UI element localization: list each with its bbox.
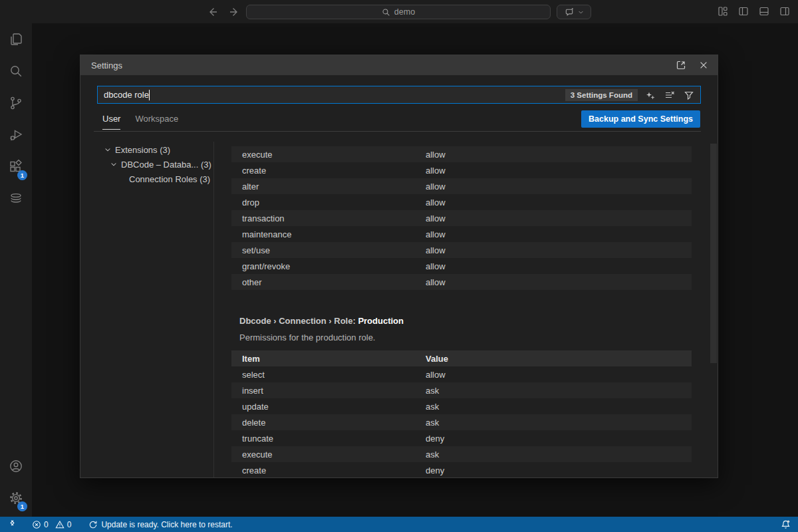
remote-indicator-icon[interactable] bbox=[7, 519, 17, 529]
item-cell: truncate bbox=[242, 434, 426, 444]
table-header-row: Item Value bbox=[231, 350, 692, 366]
run-debug-icon[interactable] bbox=[0, 119, 32, 151]
clear-search-icon[interactable] bbox=[664, 89, 676, 101]
search-panel-icon[interactable] bbox=[0, 55, 32, 87]
tree-item-dbcode[interactable]: DBCode – Databa... (3) bbox=[80, 157, 213, 172]
settings-gear-icon[interactable]: 1 bbox=[0, 482, 32, 514]
command-center-search[interactable]: demo bbox=[246, 5, 551, 19]
value-cell: ask bbox=[426, 450, 439, 460]
tree-item-label: DBCode – Databa... (3) bbox=[121, 160, 211, 170]
error-count: 0 bbox=[44, 520, 49, 529]
toggle-sidebar-right-icon[interactable] bbox=[779, 6, 790, 17]
settings-search-value: dbcode role bbox=[104, 90, 149, 100]
table-row[interactable]: grant/revokeallow bbox=[231, 258, 692, 274]
tree-item-label: Extensions (3) bbox=[115, 145, 170, 155]
settings-search-input[interactable]: dbcode role 3 Settings Found bbox=[97, 86, 701, 104]
table-row[interactable]: set/useallow bbox=[231, 242, 692, 258]
item-cell: create bbox=[242, 466, 426, 475]
table-row[interactable]: executeallow bbox=[231, 146, 692, 162]
table-row[interactable]: selectallow bbox=[231, 366, 692, 382]
item-cell: grant/revoke bbox=[242, 261, 426, 271]
problems-indicator[interactable]: 0 0 bbox=[32, 520, 75, 529]
table-row[interactable]: transactionallow bbox=[231, 210, 692, 226]
permissions-table-partial: executeallowcreateallowalterallowdropall… bbox=[231, 146, 692, 290]
item-cell: execute bbox=[242, 450, 426, 460]
value-cell: allow bbox=[426, 166, 446, 176]
explorer-icon[interactable] bbox=[0, 23, 32, 55]
settings-found-badge: 3 Settings Found bbox=[565, 89, 638, 101]
tabs-separator bbox=[94, 131, 701, 132]
item-cell: create bbox=[242, 166, 426, 176]
value-cell: ask bbox=[426, 386, 439, 396]
table-row[interactable]: truncatedeny bbox=[231, 430, 692, 446]
permissions-table-production: Item Value selectallowinsertaskupdateask… bbox=[231, 350, 692, 477]
toggle-panel-icon[interactable] bbox=[759, 6, 769, 17]
source-control-icon[interactable] bbox=[0, 87, 32, 119]
settings-dialog-title: Settings bbox=[91, 61, 675, 70]
value-cell: allow bbox=[426, 229, 446, 239]
close-icon[interactable] bbox=[698, 59, 710, 71]
setting-name: Production bbox=[358, 316, 404, 326]
customize-layout-icon[interactable] bbox=[718, 6, 728, 17]
database-icon[interactable] bbox=[0, 183, 32, 215]
backup-sync-settings-button[interactable]: Backup and Sync Settings bbox=[581, 110, 700, 128]
table-row[interactable]: otherallow bbox=[231, 274, 692, 290]
setting-title: Dbcode › Connection › Role: Production bbox=[239, 316, 718, 326]
copilot-chat-button[interactable] bbox=[557, 5, 591, 19]
value-cell: allow bbox=[426, 198, 446, 207]
account-icon[interactable] bbox=[0, 450, 32, 482]
table-row[interactable]: createdeny bbox=[231, 462, 692, 477]
chevron-down-icon bbox=[578, 9, 584, 15]
table-row[interactable]: insertask bbox=[231, 382, 692, 398]
extensions-badge: 1 bbox=[17, 170, 27, 180]
command-center-label: demo bbox=[394, 7, 415, 17]
item-cell: drop bbox=[242, 198, 426, 207]
value-cell: allow bbox=[426, 245, 446, 255]
value-cell: allow bbox=[426, 261, 446, 271]
tab-user[interactable]: User bbox=[102, 114, 120, 130]
value-cell: ask bbox=[426, 402, 439, 412]
status-bar: 0 0 Update is ready. Click here to resta… bbox=[0, 517, 798, 532]
scrollbar[interactable] bbox=[710, 144, 717, 363]
value-cell: deny bbox=[426, 466, 444, 475]
settings-dialog-titlebar: Settings bbox=[80, 55, 718, 75]
chevron-down-icon[interactable] bbox=[102, 144, 113, 155]
item-cell: select bbox=[242, 370, 426, 380]
notifications-bell-icon[interactable] bbox=[781, 519, 791, 529]
value-cell: allow bbox=[426, 370, 446, 380]
table-row[interactable]: updateask bbox=[231, 398, 692, 414]
table-row[interactable]: executeask bbox=[231, 446, 692, 462]
extensions-icon[interactable]: 1 bbox=[0, 151, 32, 183]
column-header-value: Value bbox=[426, 354, 448, 364]
table-row[interactable]: deleteask bbox=[231, 414, 692, 430]
chevron-down-icon[interactable] bbox=[108, 159, 119, 170]
value-cell: allow bbox=[426, 182, 446, 192]
update-ready-status[interactable]: Update is ready. Click here to restart. bbox=[88, 520, 232, 529]
tree-item-connection-roles[interactable]: Connection Roles (3) bbox=[80, 172, 213, 186]
tree-item-extensions[interactable]: Extensions (3) bbox=[80, 142, 213, 157]
search-icon bbox=[382, 8, 390, 17]
forward-arrow-icon[interactable] bbox=[227, 6, 239, 18]
item-cell: set/use bbox=[242, 245, 426, 255]
warning-count: 0 bbox=[67, 520, 72, 529]
toggle-sidebar-left-icon[interactable] bbox=[738, 6, 749, 17]
item-cell: execute bbox=[242, 150, 426, 160]
table-row[interactable]: createallow bbox=[231, 162, 692, 178]
value-cell: allow bbox=[426, 213, 446, 223]
settings-scope-tabs: User Workspace bbox=[102, 114, 178, 130]
back-arrow-icon[interactable] bbox=[207, 6, 219, 18]
item-cell: maintenance bbox=[242, 229, 426, 239]
restart-update-icon bbox=[88, 520, 98, 529]
filter-icon[interactable] bbox=[683, 89, 695, 101]
restore-editor-icon[interactable] bbox=[675, 59, 687, 71]
table-row[interactable]: alterallow bbox=[231, 178, 692, 194]
table-row[interactable]: dropallow bbox=[231, 194, 692, 210]
window-titlebar: demo bbox=[0, 0, 798, 23]
tab-workspace[interactable]: Workspace bbox=[135, 114, 178, 130]
settings-tree: Extensions (3) DBCode – Databa... (3) Co… bbox=[80, 142, 214, 477]
item-cell: other bbox=[242, 277, 426, 287]
table-row[interactable]: maintenanceallow bbox=[231, 226, 692, 242]
value-cell: deny bbox=[426, 434, 444, 444]
item-cell: delete bbox=[242, 418, 426, 428]
ai-search-sparkle-icon[interactable] bbox=[644, 89, 656, 101]
